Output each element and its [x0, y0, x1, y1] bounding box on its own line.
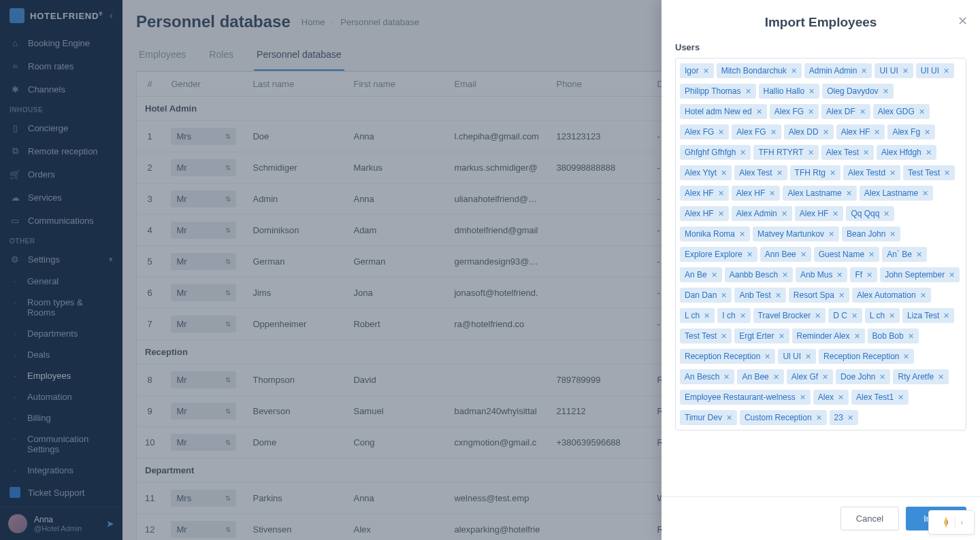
chip-remove-icon[interactable]: ✕ [830, 169, 836, 178]
chip-remove-icon[interactable]: ✕ [908, 332, 914, 341]
user-chip[interactable]: Igor✕ [680, 63, 714, 78]
user-chip[interactable]: I ch✕ [717, 308, 750, 323]
user-chip[interactable]: Alex HF✕ [795, 206, 844, 221]
user-chip[interactable]: Dan Dan✕ [680, 288, 732, 303]
user-chip[interactable]: Matvey Martunkov✕ [753, 226, 839, 241]
chip-remove-icon[interactable]: ✕ [838, 393, 844, 402]
user-chip[interactable]: Admin Admin✕ [804, 63, 872, 78]
user-chip[interactable]: Alex Hfdgh✕ [877, 145, 936, 160]
user-chip[interactable]: Alex HF✕ [680, 206, 729, 221]
user-chip[interactable]: UI UI✕ [875, 63, 913, 78]
user-chip[interactable]: Philipp Thomas✕ [680, 84, 756, 99]
user-chip[interactable]: Bean John✕ [842, 226, 900, 241]
chip-remove-icon[interactable]: ✕ [739, 230, 745, 239]
chip-remove-icon[interactable]: ✕ [874, 128, 880, 137]
chip-remove-icon[interactable]: ✕ [866, 271, 872, 280]
user-chip[interactable]: Alex Admin✕ [732, 206, 792, 221]
user-chip[interactable]: Guest Name✕ [814, 247, 879, 262]
user-chip[interactable]: Alex DD✕ [784, 124, 834, 139]
user-chip[interactable]: TFH RTYRT✕ [753, 145, 818, 160]
user-chip[interactable]: Ann Bee✕ [760, 247, 811, 262]
chip-remove-icon[interactable]: ✕ [711, 271, 717, 280]
user-chip[interactable]: Doe John✕ [836, 369, 890, 384]
user-chip[interactable]: Alex GDG✕ [873, 104, 930, 119]
chip-remove-icon[interactable]: ✕ [756, 107, 762, 116]
user-chip[interactable]: Explore Explore✕ [680, 247, 757, 262]
chip-remove-icon[interactable]: ✕ [721, 332, 727, 341]
chip-remove-icon[interactable]: ✕ [726, 414, 732, 422]
user-chip[interactable]: An Besch✕ [680, 369, 734, 384]
user-chip[interactable]: 23✕ [830, 410, 858, 425]
user-chip[interactable]: L ch✕ [865, 308, 900, 323]
user-chip[interactable]: Rty Aretfe✕ [893, 369, 949, 384]
user-chip[interactable]: Reception Reception✕ [819, 349, 914, 364]
chip-remove-icon[interactable]: ✕ [836, 271, 843, 280]
chip-remove-icon[interactable]: ✕ [943, 67, 949, 75]
chip-remove-icon[interactable]: ✕ [815, 311, 821, 320]
chip-remove-icon[interactable]: ✕ [775, 291, 781, 300]
chip-remove-icon[interactable]: ✕ [861, 67, 867, 75]
chip-remove-icon[interactable]: ✕ [777, 169, 783, 178]
chip-remove-icon[interactable]: ✕ [924, 128, 930, 137]
chip-remove-icon[interactable]: ✕ [782, 271, 788, 280]
chip-remove-icon[interactable]: ✕ [889, 311, 895, 320]
user-chip[interactable]: Travel Brocker✕ [753, 308, 826, 323]
chip-remove-icon[interactable]: ✕ [718, 189, 724, 198]
user-chip[interactable]: An Be✕ [680, 267, 722, 282]
user-chip[interactable]: Ff✕ [850, 267, 877, 282]
chip-remove-icon[interactable]: ✕ [773, 373, 779, 382]
chip-remove-icon[interactable]: ✕ [816, 414, 822, 422]
chip-remove-icon[interactable]: ✕ [721, 169, 727, 178]
chip-remove-icon[interactable]: ✕ [889, 230, 896, 239]
chip-remove-icon[interactable]: ✕ [851, 311, 858, 320]
user-chip[interactable]: Alex HF✕ [732, 186, 781, 201]
chip-remove-icon[interactable]: ✕ [847, 414, 853, 422]
chip-remove-icon[interactable]: ✕ [916, 250, 922, 259]
chip-remove-icon[interactable]: ✕ [769, 189, 775, 198]
user-chip[interactable]: D C✕ [828, 308, 862, 323]
chip-remove-icon[interactable]: ✕ [718, 128, 724, 137]
chip-remove-icon[interactable]: ✕ [764, 352, 770, 361]
chip-remove-icon[interactable]: ✕ [721, 291, 727, 300]
chip-remove-icon[interactable]: ✕ [883, 209, 889, 218]
user-chip[interactable]: Alex Lastname✕ [860, 186, 933, 201]
user-chip[interactable]: Alex DF✕ [821, 104, 870, 119]
chip-remove-icon[interactable]: ✕ [902, 67, 909, 75]
user-chip[interactable]: L ch✕ [680, 308, 715, 323]
chip-remove-icon[interactable]: ✕ [808, 87, 815, 96]
chip-remove-icon[interactable]: ✕ [889, 169, 896, 178]
chip-remove-icon[interactable]: ✕ [879, 373, 885, 382]
chip-remove-icon[interactable]: ✕ [808, 107, 814, 116]
users-chips[interactable]: Igor✕Mitch Bondarchuk✕Admin Admin✕UI UI✕… [675, 58, 966, 431]
user-chip[interactable]: Anb Test✕ [734, 288, 785, 303]
user-chip[interactable]: Alex Test✕ [821, 145, 874, 160]
user-chip[interactable]: Ul UI✕ [778, 349, 816, 364]
chip-remove-icon[interactable]: ✕ [718, 209, 724, 218]
chip-remove-icon[interactable]: ✕ [920, 291, 926, 300]
user-chip[interactable]: Anb Mus✕ [796, 267, 847, 282]
user-chip[interactable]: An Bee✕ [737, 369, 783, 384]
chip-remove-icon[interactable]: ✕ [832, 209, 838, 218]
user-chip[interactable]: Alex Testd✕ [843, 165, 900, 180]
cancel-button[interactable]: Cancel [840, 507, 899, 530]
chip-remove-icon[interactable]: ✕ [944, 169, 950, 178]
user-chip[interactable]: Mitch Bondarchuk✕ [717, 63, 802, 78]
chip-remove-icon[interactable]: ✕ [860, 107, 866, 116]
chip-remove-icon[interactable]: ✕ [805, 352, 811, 361]
chip-remove-icon[interactable]: ✕ [828, 230, 834, 239]
user-chip[interactable]: Alex FG✕ [770, 104, 819, 119]
chip-remove-icon[interactable]: ✕ [808, 148, 814, 157]
user-chip[interactable]: Alex Lastname✕ [783, 186, 856, 201]
user-chip[interactable]: Alex HF✕ [836, 124, 885, 139]
chip-remove-icon[interactable]: ✕ [949, 271, 955, 280]
close-icon[interactable]: ✕ [958, 14, 968, 29]
user-chip[interactable]: Aanbb Besch✕ [725, 267, 793, 282]
user-chip[interactable]: Alex Gf✕ [787, 369, 833, 384]
user-chip[interactable]: Custom Reception✕ [740, 410, 827, 425]
chip-remove-icon[interactable]: ✕ [704, 311, 710, 320]
chip-remove-icon[interactable]: ✕ [838, 291, 845, 300]
user-chip[interactable]: Alex FG✕ [680, 124, 729, 139]
chip-remove-icon[interactable]: ✕ [770, 128, 777, 137]
user-chip[interactable]: Alex HF✕ [680, 186, 729, 201]
user-chip[interactable]: Liza Test✕ [902, 308, 954, 323]
